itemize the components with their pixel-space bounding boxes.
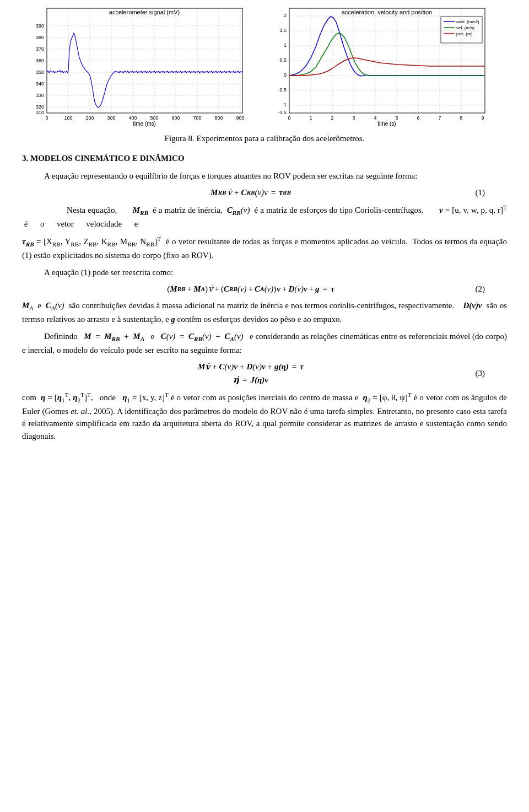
svg-text:700: 700 <box>193 115 201 121</box>
svg-text:-0.5: -0.5 <box>278 87 287 93</box>
equation-1-content: MRB v̇ + CRB (v)v = τRB <box>44 187 457 197</box>
svg-text:340: 340 <box>36 81 44 87</box>
svg-text:pos. (m): pos. (m) <box>456 31 473 36</box>
svg-text:7: 7 <box>438 115 441 121</box>
svg-text:accelerometer signal (mV): accelerometer signal (mV) <box>109 9 180 15</box>
svg-text:0: 0 <box>288 115 290 121</box>
eta-description: com η = [η1T, η2T]T, onde η1 = [x, y, z]… <box>22 390 507 442</box>
svg-text:330: 330 <box>36 93 44 98</box>
accelerometer-chart: accelerometer signal (mV) 390 380 <box>22 6 253 127</box>
intro-paragraph: A equação representando o equilíbrio de … <box>22 170 507 182</box>
svg-text:0: 0 <box>284 72 287 78</box>
svg-text:0.5: 0.5 <box>279 57 287 63</box>
svg-text:time (ms): time (ms) <box>133 121 156 127</box>
tau-rb-description: τRB = [XRB, YRB, ZRB, KRB, MRB, NRB]T é … <box>22 234 507 261</box>
svg-text:310: 310 <box>36 110 44 115</box>
figure-caption: Figura 8. Experimentos para a calibração… <box>22 132 507 145</box>
svg-text:200: 200 <box>85 115 94 121</box>
svg-text:0: 0 <box>45 115 48 121</box>
equation-2-content: ( MRB + MA ) v̇ + ( CRB (v) + CA (v) ) v… <box>44 284 457 294</box>
svg-text:5: 5 <box>395 115 398 121</box>
section-number: 3. <box>22 154 28 163</box>
eq2-ma-description: MA e CA(v) são contribuições devidas à m… <box>22 299 507 325</box>
equation-2-number: (2) <box>457 284 485 294</box>
svg-text:2: 2 <box>284 13 287 18</box>
svg-text:900: 900 <box>236 115 244 121</box>
svg-text:4: 4 <box>374 115 376 121</box>
svg-text:370: 370 <box>36 46 44 52</box>
svg-text:320: 320 <box>36 104 44 110</box>
svg-text:acel. (m/s2): acel. (m/s2) <box>456 19 479 24</box>
equation-3-block: Mv̇ + C(v) v + D(v) v + g(η) = τ η̇ = J(… <box>44 362 485 385</box>
svg-text:-1.5: -1.5 <box>278 110 287 115</box>
svg-text:2: 2 <box>331 115 333 121</box>
svg-text:400: 400 <box>128 115 137 121</box>
svg-text:1.5: 1.5 <box>279 28 287 33</box>
chart-left: accelerometer signal (mV) 390 380 <box>22 6 253 127</box>
equation-1-line: MRB v̇ + CRB (v)v = τRB (1) <box>44 187 485 197</box>
svg-text:1: 1 <box>309 115 312 121</box>
svg-text:time (s): time (s) <box>377 121 396 127</box>
svg-text:390: 390 <box>36 23 44 29</box>
svg-text:8: 8 <box>460 115 462 121</box>
figures-row: accelerometer signal (mV) 390 380 <box>22 6 507 127</box>
equation-2-line: ( MRB + MA ) v̇ + ( CRB (v) + CA (v) ) v… <box>44 284 485 294</box>
svg-text:800: 800 <box>214 115 223 121</box>
equation-3-content: Mv̇ + C(v) v + D(v) v + g(η) = τ η̇ = J(… <box>44 362 457 385</box>
svg-text:6: 6 <box>417 115 419 121</box>
svg-text:500: 500 <box>150 115 158 121</box>
svg-text:600: 600 <box>171 115 180 121</box>
equation-3-number: (3) <box>457 369 485 378</box>
svg-text:380: 380 <box>36 35 44 40</box>
svg-text:-1: -1 <box>282 102 287 107</box>
svg-text:300: 300 <box>107 115 115 121</box>
definindo-paragraph: Definindo M = MRB + MA e C(v) = CRB(v) +… <box>22 330 507 356</box>
svg-text:350: 350 <box>36 69 44 75</box>
eq1-reescrita: A equação (1) pode ser reescrita como: <box>22 266 507 279</box>
chart-right: acceleration, velocity and position acel… <box>264 6 507 127</box>
section-title: MODELOS CINEMÁTICO E DINÂMICO <box>30 154 185 163</box>
svg-text:acceleration, velocity and pos: acceleration, velocity and position <box>342 9 432 15</box>
svg-text:100: 100 <box>64 115 72 121</box>
equation-1-number: (1) <box>457 188 485 197</box>
svg-text:1: 1 <box>284 42 287 48</box>
svg-text:3: 3 <box>352 115 355 121</box>
section-heading: 3. MODELOS CINEMÁTICO E DINÂMICO <box>22 154 507 163</box>
svg-text:vel. (m/s): vel. (m/s) <box>456 25 474 30</box>
svg-text:9: 9 <box>481 115 484 121</box>
svg-text:360: 360 <box>36 58 44 63</box>
avp-chart: acceleration, velocity and position acel… <box>264 6 507 127</box>
eq1-description: Nesta equação, MRB é a matriz de inércia… <box>22 203 507 230</box>
